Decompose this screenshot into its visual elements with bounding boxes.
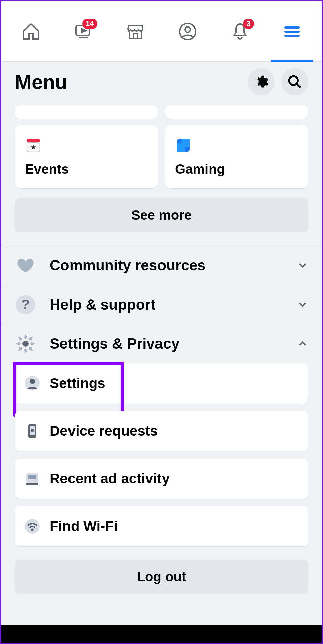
svg-rect-4 — [27, 139, 40, 143]
marketplace-icon — [126, 22, 145, 41]
person-circle-icon — [24, 375, 40, 391]
svg-rect-17 — [28, 475, 36, 479]
shortcut-label: Events — [25, 162, 148, 177]
gear-icon — [15, 333, 36, 355]
phone-icon — [24, 423, 40, 439]
submenu-label: Settings — [50, 375, 105, 391]
shortcut-card-cutoff[interactable] — [165, 105, 308, 119]
shortcut-gaming[interactable]: Gaming — [165, 125, 308, 188]
settings-privacy-submenu: Settings Device requests Recent ad activ… — [1, 363, 322, 546]
home-icon — [21, 22, 40, 41]
menu-icon — [283, 22, 302, 41]
shortcut-card-cutoff[interactable] — [15, 105, 158, 119]
logout-button[interactable]: Log out — [15, 560, 308, 594]
settings-shortcut-button[interactable] — [248, 68, 275, 95]
nav-notifications[interactable]: 3 — [214, 1, 266, 61]
wifi-icon — [24, 518, 40, 534]
svg-rect-18 — [26, 483, 38, 485]
see-more-button[interactable]: See more — [15, 198, 308, 232]
shortcut-events[interactable]: ★ Events — [15, 125, 158, 188]
help-icon: ? — [15, 294, 36, 315]
accordion-label: Settings & Privacy — [50, 335, 283, 352]
submenu-find-wifi[interactable]: Find Wi-Fi — [15, 506, 308, 546]
watch-badge: 14 — [82, 19, 97, 29]
menu-scroll[interactable]: Menu ★ Events — [1, 62, 322, 625]
svg-text:?: ? — [21, 297, 30, 311]
bottom-system-bar — [1, 625, 322, 643]
handshake-icon — [15, 255, 36, 276]
accordion-community-resources[interactable]: Community resources — [1, 246, 322, 285]
submenu-device-requests[interactable]: Device requests — [15, 411, 308, 451]
ad-icon — [24, 471, 40, 487]
search-button[interactable] — [281, 68, 308, 95]
events-icon: ★ — [25, 137, 42, 154]
chevron-down-icon — [297, 260, 308, 271]
nav-watch[interactable]: 14 — [57, 1, 109, 61]
watch-icon: 14 — [74, 22, 93, 41]
search-icon — [287, 74, 302, 89]
top-nav: 14 3 — [1, 1, 322, 62]
svg-point-20 — [31, 528, 33, 531]
accordion-settings-privacy[interactable]: Settings & Privacy — [1, 324, 322, 363]
nav-home[interactable] — [5, 1, 57, 61]
svg-point-12 — [30, 379, 35, 384]
shortcut-label: Gaming — [175, 162, 298, 177]
svg-point-3 — [289, 76, 298, 85]
submenu-settings[interactable]: Settings — [15, 363, 308, 404]
submenu-label: Find Wi-Fi — [50, 518, 118, 534]
nav-marketplace[interactable] — [109, 1, 162, 61]
chevron-down-icon — [297, 299, 308, 310]
submenu-label: Device requests — [50, 423, 158, 439]
svg-point-10 — [22, 341, 29, 347]
svg-text:★: ★ — [30, 143, 37, 151]
accordion-label: Help & support — [50, 296, 283, 313]
svg-point-2 — [185, 27, 190, 32]
bell-badge: 3 — [243, 19, 254, 29]
svg-point-15 — [31, 429, 34, 432]
bell-icon: 3 — [231, 22, 249, 41]
nav-profile[interactable] — [162, 1, 214, 61]
chevron-up-icon — [297, 338, 308, 350]
gaming-icon — [175, 137, 192, 154]
profile-icon — [178, 22, 197, 41]
shortcut-row-cutoff — [1, 105, 322, 119]
submenu-label: Recent ad activity — [50, 471, 170, 487]
submenu-recent-ad-activity[interactable]: Recent ad activity — [15, 459, 308, 499]
nav-menu[interactable] — [266, 1, 318, 61]
menu-header: Menu — [1, 62, 322, 105]
page-title: Menu — [15, 70, 67, 94]
gear-icon — [254, 74, 269, 89]
accordion-help-support[interactable]: ? Help & support — [1, 285, 322, 324]
accordion-label: Community resources — [50, 257, 283, 274]
